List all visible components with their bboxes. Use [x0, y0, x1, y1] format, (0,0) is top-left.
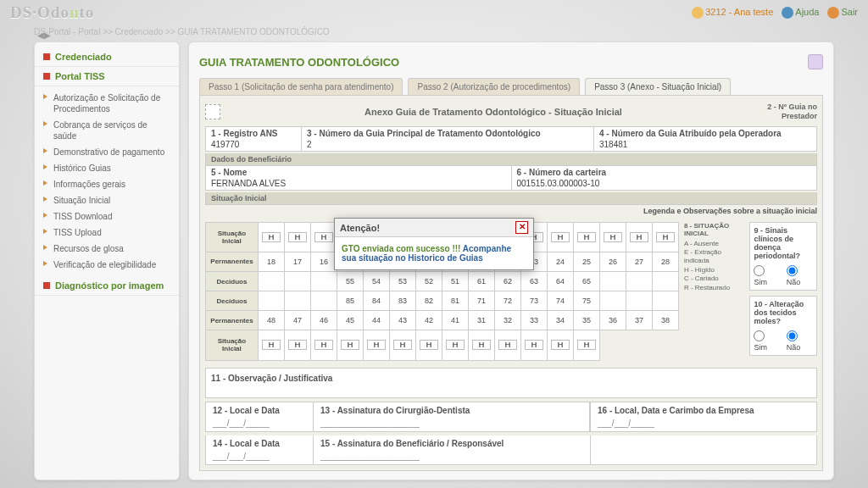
tooth-input[interactable] — [288, 232, 307, 242]
tooth-input[interactable] — [604, 232, 622, 242]
breadcrumb: DS-Portal - Portal >> Credenciado >> GUI… — [0, 25, 868, 42]
tooth-input[interactable] — [577, 232, 596, 242]
broken-image-icon — [205, 104, 220, 119]
success-modal: Atenção!✕ GTO enviada com sucesso !!! Ac… — [334, 218, 534, 270]
print-icon[interactable] — [808, 54, 823, 69]
tooth-input[interactable] — [446, 340, 465, 350]
label-guia-operadora: 4 - Número da Guia Atribuído pela Operad… — [599, 129, 811, 138]
q2-sim[interactable] — [754, 330, 765, 341]
q1-sim[interactable] — [754, 265, 765, 276]
sidebar-item-1[interactable]: Cobrança de serviços de saúde — [35, 117, 179, 144]
tooth-input[interactable] — [262, 232, 281, 242]
label-local-data-12: 12 - Local e Data — [213, 406, 306, 415]
tab-step3[interactable]: Passo 3 (Anexo - Situação Inicial) — [585, 78, 731, 95]
value-registro-ans: 419770 — [211, 138, 296, 149]
tooth-input[interactable] — [314, 232, 333, 242]
label-guia-principal: 3 - Número da Guia Principal de Tratamen… — [307, 129, 588, 138]
sidebar-item-3[interactable]: Histórico Guias — [35, 160, 179, 176]
tooth-input[interactable] — [262, 340, 281, 350]
tooth-input[interactable] — [288, 340, 307, 350]
sidebar-section-credenciado[interactable]: Credenciado — [35, 47, 179, 67]
q2-nao[interactable] — [787, 330, 798, 341]
app-logo: DS·Odonto — [10, 3, 94, 22]
sidebar-item-4[interactable]: Informações gerais — [35, 176, 179, 192]
tooth-input[interactable] — [551, 232, 570, 242]
nav-arrows[interactable]: ◀▶ — [37, 30, 51, 40]
modal-message: GTO enviada com sucesso !!! — [342, 244, 463, 253]
q1-nao[interactable] — [787, 265, 798, 276]
value-guia-operadora: 318481 — [599, 138, 811, 149]
tooth-input[interactable] — [420, 340, 438, 350]
tooth-input[interactable] — [367, 340, 386, 350]
legend-header: Legenda e Observações sobre a situação i… — [205, 205, 817, 219]
sidebar: Credenciado Portal TISS Autorização e So… — [34, 42, 180, 480]
label-local-data-14: 14 - Local e Data — [213, 439, 306, 448]
modal-title: Atenção! — [340, 223, 380, 233]
section-beneficiario: Dados do Beneficiário — [205, 153, 817, 166]
tooth-input[interactable] — [630, 232, 648, 242]
legend-box: 8 - SITUAÇÃO INICIAL A - AusenteE - Extr… — [684, 222, 745, 361]
sidebar-item-2[interactable]: Demonstrativo de pagamento — [35, 144, 179, 160]
sidebar-item-6[interactable]: TISS Download — [35, 208, 179, 225]
exit-link[interactable]: Sair — [841, 7, 858, 17]
sidebar-item-0[interactable]: Autorização e Solicitação de Procediment… — [35, 90, 179, 117]
help-link[interactable]: Ajuda — [795, 7, 819, 17]
exit-icon — [827, 7, 839, 19]
tooth-input[interactable] — [341, 340, 359, 350]
label-registro-ans: 1 - Registro ANS — [211, 129, 296, 138]
tooth-input[interactable] — [498, 340, 517, 350]
label-assinatura-13: 13 - Assinatura do Cirurgião-Dentista — [320, 406, 582, 415]
tab-step1[interactable]: Passo 1 (Solicitação de senha para atend… — [199, 78, 403, 95]
tooth-input[interactable] — [314, 340, 333, 350]
anexo-title: Anexo Guia de Tratamento Odontológico - … — [227, 107, 760, 117]
label-carteira: 6 - Número da carteira — [517, 168, 812, 177]
tooth-input[interactable] — [393, 340, 412, 350]
value-guia-principal: 2 — [307, 138, 588, 149]
label-local-16: 16 - Local, Data e Carimbo da Empresa — [598, 406, 810, 415]
sidebar-item-7[interactable]: TISS Upload — [35, 225, 179, 241]
label-assinatura-15: 15 - Assinatura do Beneficiário / Respon… — [320, 439, 583, 448]
tooth-input[interactable] — [656, 232, 675, 242]
help-icon — [782, 7, 793, 19]
label-nome: 5 - Nome — [211, 168, 506, 177]
observacao-box: 11 - Observação / Justificativa — [205, 368, 817, 398]
sidebar-item-9[interactable]: Verificação de elegibilidade — [35, 257, 179, 273]
value-carteira: 001515.03.000003-10 — [517, 177, 812, 188]
modal-close-icon[interactable]: ✕ — [515, 221, 528, 234]
tab-step2[interactable]: Passo 2 (Autorização de procedimentos) — [408, 78, 580, 95]
section-situacao: Situação Inicial — [205, 192, 817, 205]
sidebar-item-8[interactable]: Recursos de glosa — [35, 241, 179, 257]
sidebar-section-diag[interactable]: Diagnóstico por imagem — [35, 276, 179, 296]
user-icon — [692, 7, 704, 19]
tooth-input[interactable] — [551, 340, 570, 350]
question-tecidos: 10 - Alteração dos tecidos moles? Sim Nã… — [749, 296, 817, 356]
tooth-input[interactable] — [525, 340, 543, 350]
guia-number: 2 - Nº Guia no Prestador — [766, 103, 817, 121]
tooth-input[interactable] — [472, 340, 491, 350]
page-title: GUIA TRATAMENTO ODONTOLÓGICO — [199, 56, 399, 69]
value-nome: FERNANDA ALVES — [211, 177, 506, 188]
sidebar-item-5[interactable]: Situação Inicial — [35, 192, 179, 208]
user-link[interactable]: 3212 - Ana teste — [705, 7, 773, 17]
question-periodontal: 9 - Sinais clínicos de doença periodonta… — [749, 222, 817, 291]
top-links: 3212 - Ana teste Ajuda Sair — [692, 7, 858, 19]
sidebar-section-tiss[interactable]: Portal TISS — [35, 67, 179, 86]
tooth-input[interactable] — [577, 340, 596, 350]
